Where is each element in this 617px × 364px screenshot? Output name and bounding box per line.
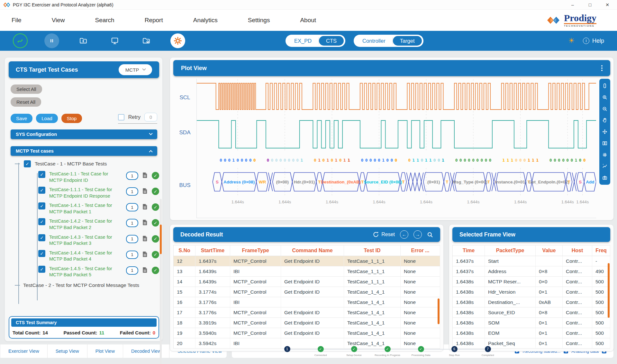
bus-frame-label[interactable]: Msg_Type (0×00) bbox=[452, 180, 487, 184]
help-button[interactable]: i Help bbox=[583, 38, 604, 44]
bus-frame-label[interactable]: Instance.(0×01) bbox=[495, 180, 527, 184]
column-header[interactable]: Error ... bbox=[401, 245, 440, 256]
bus-frame-label[interactable]: WR bbox=[259, 180, 266, 184]
test-case-item[interactable]: ✓TestCase-1.4.1 - Test Case for MCTP Bad… bbox=[14, 201, 159, 217]
column-header[interactable]: S.No bbox=[174, 245, 195, 256]
report-document-icon[interactable] bbox=[142, 172, 148, 178]
column-header[interactable]: Command Name bbox=[281, 245, 344, 256]
exerciser-icon[interactable] bbox=[13, 33, 28, 48]
zoom-in-icon[interactable] bbox=[602, 94, 608, 101]
table-row[interactable]: 153.1774sMCTP_ControlGet Endpoint IDTest… bbox=[174, 287, 440, 297]
column-header[interactable]: FrameType bbox=[230, 245, 281, 256]
bus-frame-label[interactable]: Get_EndpoIn.(0×02) bbox=[529, 180, 569, 184]
waveform-area[interactable]: 0001000000000000010101010110000010000110… bbox=[196, 79, 596, 218]
column-header[interactable]: Value bbox=[536, 245, 563, 256]
reset-all-button[interactable]: Reset All bbox=[11, 97, 41, 107]
bus-frame-label[interactable]: S bbox=[579, 180, 582, 184]
iteration-count-input[interactable]: 1 bbox=[126, 219, 138, 227]
retry-count-input[interactable]: 0 bbox=[144, 113, 157, 121]
bus-frame-label[interactable]: Destination_(0xAB) bbox=[321, 180, 361, 184]
bus-frame-label[interactable]: T bbox=[446, 180, 449, 184]
toggle-target[interactable]: Target bbox=[393, 36, 422, 46]
tab-plot-view[interactable]: Plot View bbox=[87, 344, 123, 358]
report-document-icon[interactable] bbox=[142, 188, 148, 194]
toggle-controller[interactable]: Controller bbox=[355, 38, 393, 44]
column-header[interactable]: Freq bbox=[592, 245, 610, 256]
tab-decoded-view[interactable]: Decoded View bbox=[123, 344, 169, 358]
save-button[interactable]: Save bbox=[11, 114, 32, 123]
iteration-count-input[interactable]: 1 bbox=[126, 172, 138, 180]
table-row[interactable]: 1.6438sDestination_...0xABContr...500 bbox=[453, 297, 610, 307]
test-case-item[interactable]: ✓TestCase-1.4.3 - Test Case for MCTP Bad… bbox=[14, 233, 159, 248]
checkbox-checked-icon[interactable]: ✓ bbox=[24, 160, 31, 167]
test-case-parent-1[interactable]: ✓ TestCase - 1 - MCTP Base Tests bbox=[14, 158, 159, 169]
checkbox-checked-icon[interactable]: ✓ bbox=[38, 266, 45, 273]
search-icon[interactable] bbox=[427, 232, 433, 238]
menu-view[interactable]: View bbox=[52, 17, 65, 24]
checkbox-checked-icon[interactable]: ✓ bbox=[38, 171, 45, 178]
menu-settings[interactable]: Settings bbox=[248, 17, 270, 24]
bus-frame-label[interactable]: Hdr.(0×01) bbox=[294, 180, 315, 184]
bus-frame-label[interactable]: Add bbox=[586, 180, 594, 184]
menu-about[interactable]: About bbox=[300, 17, 316, 24]
iteration-count-input[interactable]: 1 bbox=[126, 235, 138, 243]
column-header[interactable]: Host bbox=[563, 245, 592, 256]
table-row[interactable]: 121.6437sMCTP_ControlGet Endpoint IDTest… bbox=[174, 256, 440, 266]
sidebar-scrollbar-track[interactable] bbox=[160, 199, 162, 364]
close-button[interactable]: ✕ bbox=[601, 1, 614, 9]
tab-exerciser-view[interactable]: Exerciser View bbox=[0, 344, 48, 358]
bus-frame-label[interactable]: T bbox=[402, 180, 405, 184]
bus-frame-label[interactable]: T bbox=[487, 180, 490, 184]
move-icon[interactable] bbox=[602, 129, 608, 135]
table-row[interactable]: 141.6439sMCTP_ControlGet Endpoint IDTest… bbox=[174, 277, 440, 287]
bus-frame-label[interactable]: S bbox=[216, 180, 219, 184]
bus-frame-label[interactable]: T bbox=[318, 180, 321, 184]
column-header[interactable]: PacketType bbox=[485, 245, 536, 256]
toggle-cts[interactable]: CTS bbox=[319, 36, 344, 46]
toggle-ex-pd[interactable]: EX_PD bbox=[287, 38, 319, 44]
test-case-item[interactable]: ✓TestCase-1.4.5 - Test Case for MCTP Bad… bbox=[14, 264, 159, 280]
theme-sun-icon[interactable]: ☀ bbox=[568, 37, 575, 45]
minimize-button[interactable]: – bbox=[566, 1, 579, 9]
plot-menu-kebab-icon[interactable] bbox=[601, 65, 603, 71]
report-document-icon[interactable] bbox=[142, 251, 148, 257]
bus-frame-label[interactable]: T bbox=[567, 180, 570, 184]
table-row[interactable]: 1.6437sAddress0×8Contr...490 bbox=[453, 266, 610, 277]
table-row[interactable]: 1.6438sSource_EID0×8Contr...500 bbox=[453, 307, 610, 318]
pan-hand-icon[interactable] bbox=[602, 117, 608, 123]
save-folder-icon[interactable] bbox=[139, 33, 154, 48]
settings-gear-icon[interactable] bbox=[170, 33, 185, 48]
sys-configuration-accordion[interactable]: SYS Configuration bbox=[11, 129, 157, 139]
decoded-scrollbar-thumb[interactable] bbox=[438, 298, 440, 324]
frame-scrollbar-thumb[interactable] bbox=[608, 263, 610, 318]
protocol-dropdown[interactable]: MCTP bbox=[119, 64, 152, 75]
column-header[interactable]: StartTime bbox=[195, 245, 230, 256]
table-row[interactable]: 131.6439sIBITestCase_1_1_1None bbox=[174, 266, 440, 277]
table-row[interactable]: 1.6438sSOM0×1Contr...500 bbox=[453, 318, 610, 328]
iteration-count-input[interactable]: 1 bbox=[126, 187, 138, 196]
iteration-count-input[interactable]: 1 bbox=[126, 266, 138, 275]
measurements-icon[interactable] bbox=[602, 163, 608, 169]
menu-report[interactable]: Report bbox=[145, 17, 163, 24]
table-row[interactable]: 163.1776sIBITestCase_1_4_1None bbox=[174, 297, 440, 307]
zoom-out-icon[interactable] bbox=[602, 106, 608, 112]
retry-checkbox[interactable] bbox=[118, 114, 124, 120]
next-arrow-icon[interactable]: → bbox=[413, 230, 422, 239]
menu-search[interactable]: Search bbox=[95, 17, 114, 24]
display-icon[interactable] bbox=[107, 33, 122, 48]
scl-waveform[interactable] bbox=[197, 79, 596, 117]
test-case-parent-2[interactable]: TestCase - 2 - Test for MCTP Control Mes… bbox=[14, 280, 159, 288]
open-folder-icon[interactable] bbox=[76, 33, 91, 48]
sidebar-scrollbar-thumb[interactable] bbox=[160, 225, 162, 254]
checkbox-checked-icon[interactable]: ✓ bbox=[38, 250, 45, 257]
table-row[interactable]: 1.6437sStartContr...- bbox=[453, 256, 610, 266]
table-row[interactable]: 173.1776sMCTP_ControlGet Endpoint IDTest… bbox=[174, 307, 440, 318]
table-row[interactable]: 1.6438sEOM0×1Contr...500 bbox=[453, 328, 610, 338]
snapshot-icon[interactable] bbox=[602, 174, 608, 181]
checkbox-checked-icon[interactable]: ✓ bbox=[38, 202, 45, 209]
table-row[interactable]: 193.5940sMCTP_ControlGet Endpoint IDTest… bbox=[174, 328, 440, 338]
previous-arrow-icon[interactable]: ← bbox=[400, 230, 408, 239]
maximize-button[interactable]: □ bbox=[584, 1, 596, 9]
pause-icon[interactable] bbox=[44, 33, 59, 48]
report-document-icon[interactable] bbox=[142, 235, 148, 242]
